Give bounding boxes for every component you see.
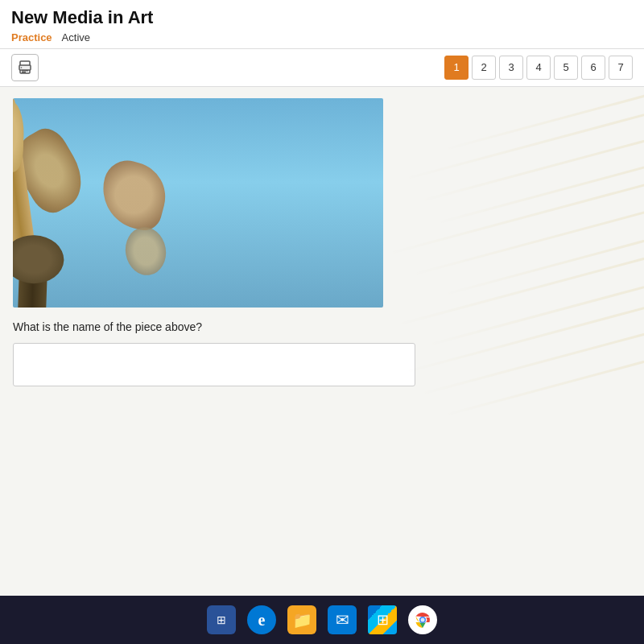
- page-btn-6[interactable]: 6: [581, 56, 605, 80]
- taskbar-windows-icon[interactable]: ⊞: [207, 605, 236, 634]
- chrome-svg: [413, 610, 432, 630]
- taskbar-edge-icon[interactable]: e: [247, 605, 276, 634]
- header: New Media in Art Practice Active: [0, 0, 644, 49]
- taskbar-store-icon[interactable]: ⊞: [368, 605, 397, 634]
- screen: New Media in Art Practice Active 1 2 3 4…: [0, 0, 644, 596]
- page-btn-2[interactable]: 2: [472, 56, 496, 80]
- main-content: What is the name of the piece above?: [0, 87, 644, 596]
- page-btn-1[interactable]: 1: [444, 56, 469, 80]
- pagination: 1 2 3 4 5 6 7: [444, 56, 633, 80]
- page-btn-5[interactable]: 5: [554, 56, 578, 80]
- print-icon: [17, 60, 33, 76]
- svg-point-5: [21, 67, 23, 68]
- page-btn-7[interactable]: 7: [609, 56, 633, 80]
- art-element-sc2: [13, 258, 47, 307]
- art-image-container: [13, 98, 383, 308]
- taskbar: ⊞ e 📁 ✉ ⊞: [0, 596, 644, 644]
- svg-point-8: [421, 618, 425, 622]
- taskbar-mail-icon[interactable]: ✉: [328, 605, 357, 634]
- art-image: [13, 98, 383, 308]
- print-button[interactable]: [11, 54, 39, 81]
- active-label: Active: [62, 31, 90, 43]
- taskbar-explorer-icon[interactable]: 📁: [287, 605, 316, 634]
- page-title: New Media in Art: [11, 6, 633, 30]
- answer-input-box[interactable]: [13, 343, 415, 386]
- practice-label: Practice: [11, 31, 52, 43]
- toolbar: 1 2 3 4 5 6 7: [0, 49, 644, 87]
- taskbar-chrome-icon[interactable]: [408, 605, 437, 634]
- art-element-wing2: [94, 155, 173, 234]
- page-btn-3[interactable]: 3: [499, 56, 523, 80]
- decorative-bg: [386, 87, 644, 596]
- svg-rect-3: [22, 72, 26, 73]
- header-sub: Practice Active: [11, 31, 633, 43]
- page-btn-4[interactable]: 4: [526, 56, 551, 80]
- art-element-wing3: [122, 224, 170, 279]
